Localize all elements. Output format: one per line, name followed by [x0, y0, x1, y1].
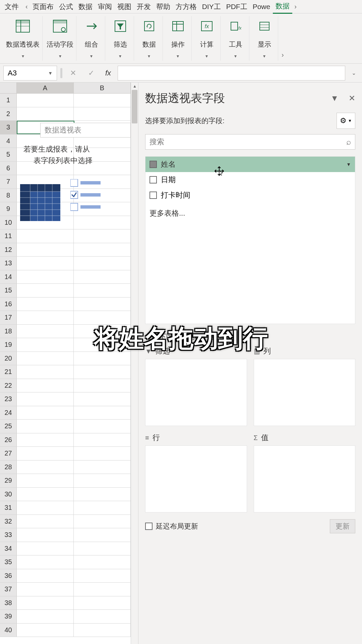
pane-close-icon[interactable]: ✕ [349, 94, 355, 103]
ribbon-group-filter[interactable]: 筛选 ▾ [107, 16, 134, 61]
tab-review[interactable]: 审阅 [95, 0, 115, 13]
cell[interactable] [17, 352, 74, 365]
row-header[interactable]: 29 [0, 474, 17, 487]
row-header[interactable]: 5 [0, 148, 17, 161]
field-item-name[interactable]: 姓名 ▼ [145, 157, 355, 172]
cell[interactable] [17, 433, 74, 447]
cell[interactable] [17, 94, 74, 107]
cell[interactable] [17, 583, 74, 596]
row-header[interactable]: 28 [0, 461, 17, 474]
field-checkbox[interactable] [149, 192, 157, 199]
cell[interactable] [74, 229, 131, 243]
row-header[interactable]: 13 [0, 257, 17, 270]
cell[interactable] [17, 461, 74, 474]
name-box[interactable]: A3 ▼ [3, 66, 57, 80]
cell[interactable] [74, 596, 131, 610]
cell[interactable] [74, 474, 131, 487]
row-header[interactable]: 25 [0, 420, 17, 433]
row-header[interactable]: 37 [0, 583, 17, 596]
cell[interactable] [17, 392, 74, 406]
row-header[interactable]: 4 [0, 135, 17, 148]
select-all-corner[interactable] [0, 83, 17, 93]
cell[interactable] [74, 338, 131, 352]
cell[interactable] [74, 433, 131, 447]
cell[interactable] [17, 596, 74, 610]
cell[interactable] [74, 352, 131, 365]
row-header[interactable]: 17 [0, 311, 17, 324]
cell[interactable] [74, 515, 131, 528]
tab-page-layout[interactable]: 页面布 [30, 0, 56, 13]
field-dropdown-icon[interactable]: ▼ [346, 162, 351, 167]
values-dropzone[interactable] [254, 445, 356, 513]
row-header[interactable]: 38 [0, 596, 17, 610]
cell[interactable] [74, 555, 131, 569]
tab-power[interactable]: Powe [250, 1, 273, 13]
cell[interactable] [17, 474, 74, 487]
field-search-box[interactable]: ⌕ [145, 134, 355, 150]
cell[interactable] [17, 406, 74, 420]
col-header-a[interactable]: A [17, 83, 74, 93]
row-header[interactable]: 31 [0, 501, 17, 515]
tab-fangfang[interactable]: 方方格 [173, 0, 199, 13]
cell[interactable] [74, 610, 131, 623]
cell[interactable] [17, 284, 74, 297]
cell[interactable] [17, 555, 74, 569]
cell[interactable] [17, 528, 74, 542]
cell[interactable] [17, 501, 74, 515]
field-item-time[interactable]: 打卡时间 [145, 187, 355, 203]
row-header[interactable]: 40 [0, 624, 17, 637]
cell[interactable] [74, 325, 131, 338]
field-item-date[interactable]: 日期 [145, 172, 355, 187]
row-header[interactable]: 12 [0, 243, 17, 257]
row-header[interactable]: 15 [0, 284, 17, 297]
cell[interactable] [74, 94, 131, 107]
cell[interactable] [74, 243, 131, 257]
vertical-scrollbar[interactable]: ▲ [131, 83, 138, 644]
cell[interactable] [74, 542, 131, 555]
enter-button[interactable]: ✓ [84, 66, 99, 80]
row-header[interactable]: 27 [0, 447, 17, 460]
search-input[interactable] [149, 138, 346, 146]
col-header-b[interactable]: B [74, 83, 131, 93]
tab-help[interactable]: 帮助 [154, 0, 173, 13]
scroll-up-icon[interactable]: ▲ [131, 83, 138, 90]
cell[interactable] [74, 311, 131, 324]
tab-pdf[interactable]: PDF工 [224, 0, 250, 13]
cell[interactable] [17, 325, 74, 338]
row-header[interactable]: 6 [0, 162, 17, 175]
row-header[interactable]: 33 [0, 528, 17, 542]
ribbon-group-calc[interactable]: fx 计算 ▾ [193, 16, 221, 61]
cell[interactable] [17, 488, 74, 501]
tab-file[interactable]: 文件 [0, 0, 23, 13]
ribbon-group-data[interactable]: 数据 ▾ [135, 16, 163, 61]
tab-view[interactable]: 视图 [115, 0, 134, 13]
fx-icon[interactable]: fx [102, 69, 114, 77]
cell[interactable] [17, 311, 74, 324]
defer-checkbox[interactable] [145, 523, 153, 530]
row-header[interactable]: 14 [0, 270, 17, 284]
cell[interactable] [74, 257, 131, 270]
tab-diy[interactable]: DIY工 [199, 0, 224, 13]
formula-expand-icon[interactable]: ⌄ [349, 70, 359, 76]
tab-pivot-analyze[interactable]: 数据 [273, 0, 292, 14]
row-header[interactable]: 19 [0, 338, 17, 352]
filters-dropzone[interactable] [145, 359, 247, 426]
cell[interactable] [17, 257, 74, 270]
cell[interactable] [17, 420, 74, 433]
tab-developer[interactable]: 开发 [134, 0, 154, 13]
ribbon-group-activefield[interactable]: 活动字段 ▾ [44, 16, 76, 61]
row-header[interactable]: 30 [0, 488, 17, 501]
cell[interactable] [74, 270, 131, 284]
row-header[interactable]: 16 [0, 298, 17, 311]
cell[interactable] [74, 392, 131, 406]
row-header[interactable]: 8 [0, 189, 17, 202]
cell[interactable] [74, 501, 131, 515]
cell[interactable] [74, 569, 131, 583]
cell[interactable] [74, 624, 131, 637]
cell[interactable] [74, 298, 131, 311]
ribbon-group-show[interactable]: 显示 ▾ [251, 16, 278, 61]
ribbon-nav-right[interactable]: › [280, 51, 286, 59]
cell[interactable] [17, 243, 74, 257]
cell[interactable] [17, 229, 74, 243]
cell[interactable] [74, 107, 131, 121]
